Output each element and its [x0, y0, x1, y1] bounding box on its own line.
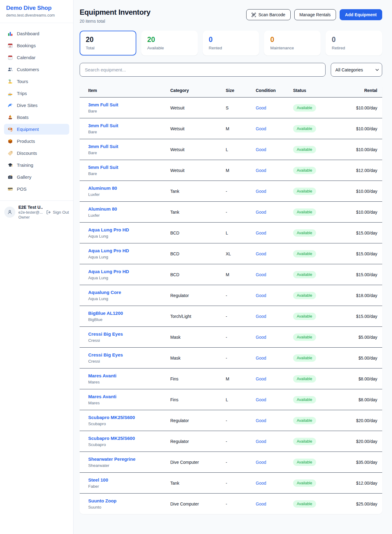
sidebar-item-boats[interactable]: Boats — [4, 112, 69, 123]
item-name-link[interactable]: Mares Avanti — [88, 373, 116, 378]
item-name-link[interactable]: Aqualung Core — [88, 290, 121, 295]
add-equipment-button[interactable]: Add Equipment — [340, 9, 382, 20]
status-cell: Available — [293, 97, 339, 118]
item-rental: $15.00/day — [339, 243, 382, 264]
item-name-link[interactable]: Aqua Lung Pro HD — [88, 269, 129, 274]
item-name-link[interactable]: Shearwater Peregrine — [88, 456, 135, 462]
item-condition-link[interactable]: Good — [256, 481, 266, 486]
item-brand: Aqua Lung — [88, 276, 170, 280]
sidebar-item-bookings[interactable]: 17 Bookings — [4, 40, 69, 51]
avatar — [4, 207, 15, 218]
item-name-link[interactable]: BigBlue AL1200 — [88, 311, 123, 316]
nav-label: Dive Sites — [17, 103, 38, 108]
item-condition-link[interactable]: Good — [256, 397, 266, 402]
sidebar-item-training[interactable]: Training — [4, 160, 69, 170]
item-brand: Suunto — [88, 505, 170, 509]
stat-card-available[interactable]: 20 Available — [141, 31, 198, 55]
page-title: Equipment Inventory — [80, 8, 150, 17]
brand-name[interactable]: Demo Dive Shop — [6, 5, 67, 11]
item-rental: $10.00/day — [339, 118, 382, 139]
item-condition-link[interactable]: Good — [256, 126, 266, 131]
stat-card-maintenance[interactable]: 0 Maintenance — [264, 31, 321, 55]
status-cell: Available — [293, 494, 339, 514]
sidebar-item-calendar[interactable]: Calendar — [4, 52, 69, 63]
sidebar-item-equipment[interactable]: Equipment — [4, 124, 69, 135]
page-header: Equipment Inventory 20 items total Scan … — [80, 8, 382, 24]
item-condition-link[interactable]: Good — [256, 418, 266, 423]
item-category: Regulator — [170, 410, 226, 431]
stat-label-retired: Retired — [332, 46, 376, 50]
sidebar-item-tours[interactable]: Tours — [4, 76, 69, 87]
item-condition-link[interactable]: Good — [256, 189, 266, 194]
item-brand: Shearwater — [88, 463, 170, 468]
item-name-link[interactable]: Mares Avanti — [88, 394, 116, 399]
sidebar-item-gallery[interactable]: Gallery — [4, 172, 69, 182]
stat-label-total: Total — [86, 46, 130, 50]
item-condition-link[interactable]: Good — [256, 314, 266, 319]
sidebar-item-discounts[interactable]: Discounts — [4, 148, 69, 158]
equipment-table-body: 3mm Full Suit Bare Wetsuit S Good Availa… — [80, 97, 382, 514]
wave-icon — [8, 103, 13, 108]
item-condition-link[interactable]: Good — [256, 105, 266, 110]
nav-label: Products — [17, 139, 35, 144]
item-name-link[interactable]: 3mm Full Suit — [88, 123, 118, 128]
item-name-link[interactable]: Aqua Lung Pro HD — [88, 248, 129, 253]
item-condition-link[interactable]: Good — [256, 376, 266, 381]
sidebar-item-dashboard[interactable]: Dashboard — [4, 28, 69, 39]
item-condition-link[interactable]: Good — [256, 439, 266, 444]
nav-label: POS — [17, 186, 27, 192]
item-name-link[interactable]: Suunto Zoop — [88, 498, 116, 503]
item-condition-link[interactable]: Good — [256, 335, 266, 340]
item-size: M — [226, 264, 256, 285]
item-condition-link[interactable]: Good — [256, 356, 266, 360]
item-condition-link[interactable]: Good — [256, 502, 266, 506]
item-name-link[interactable]: Aluminum 80 — [88, 185, 117, 191]
item-rental: $12.00/day — [339, 160, 382, 181]
category-filter-select[interactable]: All Categories — [331, 63, 382, 77]
item-category: Dive Computer — [170, 452, 226, 473]
item-brand: Mares — [88, 401, 170, 405]
search-input[interactable] — [80, 63, 326, 77]
item-condition-link[interactable]: Good — [256, 231, 266, 235]
item-cell: Aqua Lung Pro HD Aqua Lung — [80, 243, 170, 264]
item-name-link[interactable]: Scubapro MK25/S600 — [88, 436, 135, 441]
item-size: S — [226, 97, 256, 118]
item-name-link[interactable]: Aluminum 80 — [88, 206, 117, 212]
sign-out-button[interactable]: Sign Out — [46, 209, 70, 215]
item-cell: Aluminum 80 Luxfer — [80, 202, 170, 223]
item-name-link[interactable]: Cressi Big Eyes — [88, 352, 123, 357]
item-condition-link[interactable]: Good — [256, 147, 266, 152]
item-name-link[interactable]: Steel 100 — [88, 477, 108, 483]
item-name-link[interactable]: 3mm Full Suit — [88, 144, 118, 149]
sidebar-item-pos[interactable]: POS — [4, 184, 69, 194]
item-size: - — [226, 306, 256, 327]
sidebar-item-products[interactable]: Products — [4, 136, 69, 147]
item-name-link[interactable]: 3mm Full Suit — [88, 102, 118, 107]
item-condition-link[interactable]: Good — [256, 168, 266, 173]
item-category: Wetsuit — [170, 139, 226, 160]
item-category: Tank — [170, 181, 226, 202]
status-badge: Available — [293, 438, 316, 445]
stat-card-retired[interactable]: 0 Retired — [326, 31, 382, 55]
manage-rentals-button[interactable]: Manage Rentals — [294, 9, 336, 20]
item-category: Mask — [170, 327, 226, 348]
stat-card-total[interactable]: 20 Total — [80, 31, 136, 55]
sidebar-item-dive-sites[interactable]: Dive Sites — [4, 100, 69, 111]
item-cell: Aqualung Core Aqua Lung — [80, 285, 170, 306]
user-email: e2e-tester@... — [18, 210, 43, 215]
item-condition-link[interactable]: Good — [256, 460, 266, 465]
scan-barcode-button[interactable]: Scan Barcode — [246, 9, 291, 20]
sidebar-item-trips[interactable]: Trips — [4, 88, 69, 99]
item-name-link[interactable]: Scubapro MK25/S600 — [88, 415, 135, 420]
sailboat-icon — [8, 115, 13, 120]
item-condition-link[interactable]: Good — [256, 210, 266, 215]
item-name-link[interactable]: Cressi Big Eyes — [88, 331, 123, 337]
item-condition-link[interactable]: Good — [256, 293, 266, 298]
item-condition-link[interactable]: Good — [256, 272, 266, 277]
item-name-link[interactable]: Aqua Lung Pro HD — [88, 227, 129, 232]
item-name-link[interactable]: 5mm Full Suit — [88, 165, 118, 170]
item-condition-link[interactable]: Good — [256, 251, 266, 256]
sidebar-item-customers[interactable]: Customers — [4, 64, 69, 75]
stat-card-rented[interactable]: 0 Rented — [203, 31, 259, 55]
status-cell: Available — [293, 431, 339, 452]
